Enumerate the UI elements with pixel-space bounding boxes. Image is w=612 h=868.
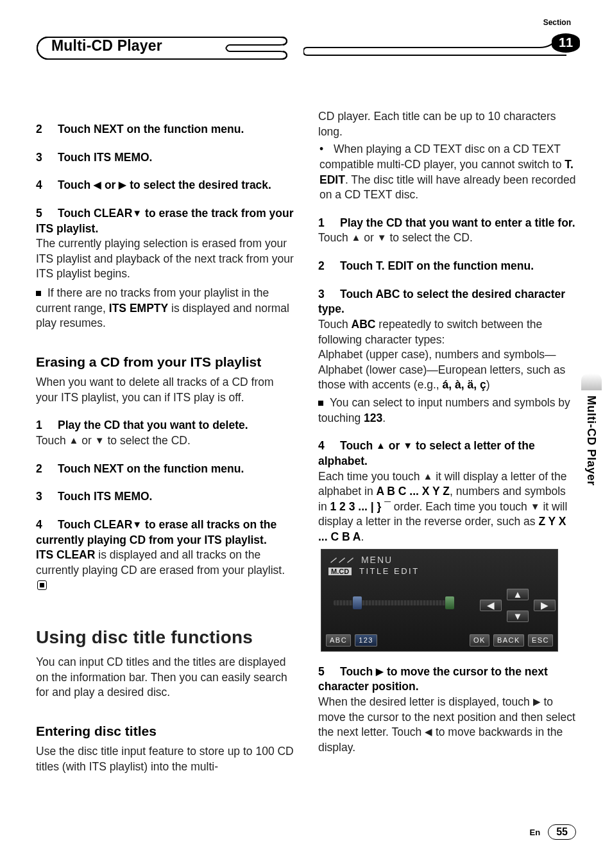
cont-text: CD player. Each title can be up to 10 ch… <box>318 109 576 139</box>
header-left: Multi-CD Player <box>36 36 289 60</box>
using-intro: You can input CD titles and the titles a… <box>36 655 294 700</box>
r-step-3-body2: Alphabet (upper case), numbers and symbo… <box>318 347 576 393</box>
right-triangle-icon: ▶ <box>376 665 384 678</box>
ui-logo: ⟋⟋⟋ <box>328 555 353 565</box>
entering-intro: Use the disc title input feature to stor… <box>36 744 294 774</box>
r-step-3: 3Touch ABC to select the desired charact… <box>318 287 576 317</box>
ui-123-button[interactable]: 123 <box>355 634 377 647</box>
r-step-1-body: Touch ▲ or ▼ to select the CD. <box>318 230 576 246</box>
erase-step-1-body: Touch ▲ or ▼ to select the CD. <box>36 433 294 449</box>
step-5: 5Touch CLEAR▼ to erase the track from yo… <box>36 206 294 236</box>
heading-entering: Entering disc titles <box>36 722 294 740</box>
up-triangle-icon: ▲ <box>352 231 361 244</box>
ui-slider-thumb[interactable] <box>353 596 362 609</box>
ui-left-button[interactable]: ◀ <box>480 600 502 611</box>
ui-back-button[interactable]: BACK <box>493 634 524 647</box>
section-label: Section <box>543 18 571 27</box>
ui-line2: M.CD TITLE EDIT <box>328 566 420 577</box>
r-step-3-note: You can select to input numbers and symb… <box>318 395 576 426</box>
erase-step-4-body: ITS CLEAR is displayed and all tracks on… <box>36 548 294 593</box>
left-column: 2Touch NEXT on the function menu. 3Touch… <box>36 109 294 774</box>
header-right: Section 11 <box>303 23 576 60</box>
header-right-curve <box>303 23 576 60</box>
ui-slider-track[interactable] <box>334 600 449 605</box>
section-number: 11 <box>552 33 580 53</box>
erase-step-3: 3Touch ITS MEMO. <box>36 489 294 505</box>
heading-using: Using disc title functions <box>36 625 294 650</box>
step-5-body: The currently playing selection is erase… <box>36 236 294 282</box>
ui-ok-button[interactable]: OK <box>470 634 489 647</box>
r-step-4: 4Touch ▲ or ▼ to select a letter of the … <box>318 438 576 469</box>
down-triangle-icon: ▼ <box>132 207 142 220</box>
ui-top: ⟋⟋⟋ MENU <box>328 554 393 566</box>
side-tab-label: Multi-CD Player <box>584 395 598 486</box>
header-title: Multi-CD Player <box>51 37 162 55</box>
down-triangle-icon: ▼ <box>95 434 105 447</box>
heading-erasing: Erasing a CD from your ITS playlist <box>36 353 294 371</box>
r-step-4-body: Each time you touch ▲ it will display a … <box>318 469 576 545</box>
ui-up-button[interactable]: ▲ <box>507 589 529 600</box>
down-triangle-icon: ▼ <box>531 500 540 513</box>
ui-menu-label: MENU <box>361 555 393 565</box>
side-tab-fade <box>581 374 602 390</box>
ui-slider-end[interactable] <box>445 596 454 609</box>
left-triangle-icon: ◀ <box>94 178 101 191</box>
ui-abc-button[interactable]: ABC <box>326 634 351 647</box>
r-step-2: 2Touch T. EDIT on the function menu. <box>318 259 576 274</box>
side-tab: Multi-CD Player <box>581 390 602 538</box>
right-triangle-icon: ▶ <box>533 695 541 708</box>
step-5-note: If there are no tracks from your playlis… <box>36 286 294 331</box>
step-2: 2Touch NEXT on the function menu. <box>36 122 294 137</box>
end-mark-icon <box>37 580 47 590</box>
r-step-3-body: Touch ABC repeatedly to switch between t… <box>318 317 576 347</box>
step-4: 4Touch ◀ or ▶ to select the desired trac… <box>36 178 294 193</box>
up-triangle-icon: ▲ <box>376 439 386 452</box>
cdtext-bullet: When playing a CD TEXT disc on a CD TEXT… <box>318 142 576 203</box>
down-triangle-icon: ▼ <box>403 439 412 452</box>
left-triangle-icon: ◀ <box>425 725 432 738</box>
footer-lang: En <box>530 828 541 837</box>
ui-mcd-badge: M.CD <box>328 568 352 575</box>
down-triangle-icon: ▼ <box>377 231 387 244</box>
right-triangle-icon: ▶ <box>119 178 126 191</box>
page-footer: En 55 <box>530 824 576 840</box>
ui-right-button[interactable]: ▶ <box>534 600 556 611</box>
step-3: 3Touch ITS MEMO. <box>36 150 294 166</box>
footer-page-number: 55 <box>548 824 576 840</box>
ui-bottom-bar: ABC 123 OK BACK ESC <box>321 634 558 648</box>
title-edit-screenshot: ⟋⟋⟋ MENU M.CD TITLE EDIT ▲ ▼ ◀ ▶ ABC 123 <box>321 549 558 652</box>
erase-step-2: 2Touch NEXT on the function menu. <box>36 462 294 477</box>
page-header: Multi-CD Player Section 11 <box>36 36 576 60</box>
ui-title-edit: TITLE EDIT <box>359 566 420 576</box>
ui-esc-button[interactable]: ESC <box>528 634 553 647</box>
right-column: CD player. Each title can be up to 10 ch… <box>318 109 576 774</box>
down-triangle-icon: ▼ <box>132 518 142 531</box>
up-triangle-icon: ▲ <box>69 434 79 447</box>
ui-down-button[interactable]: ▼ <box>507 611 529 622</box>
r-step-5: 5Touch ▶ to move the cursor to the next … <box>318 664 576 695</box>
erase-step-1: 1Play the CD that you want to delete. <box>36 418 294 433</box>
erase-step-4: 4Touch CLEAR▼ to erase all tracks on the… <box>36 517 294 548</box>
r-step-1: 1Play the CD that you want to enter a ti… <box>318 216 576 231</box>
r-step-5-body: When the desired letter is displayed, to… <box>318 695 576 756</box>
up-triangle-icon: ▲ <box>423 470 432 483</box>
erasing-intro: When you want to delete all tracks of a … <box>36 375 294 405</box>
